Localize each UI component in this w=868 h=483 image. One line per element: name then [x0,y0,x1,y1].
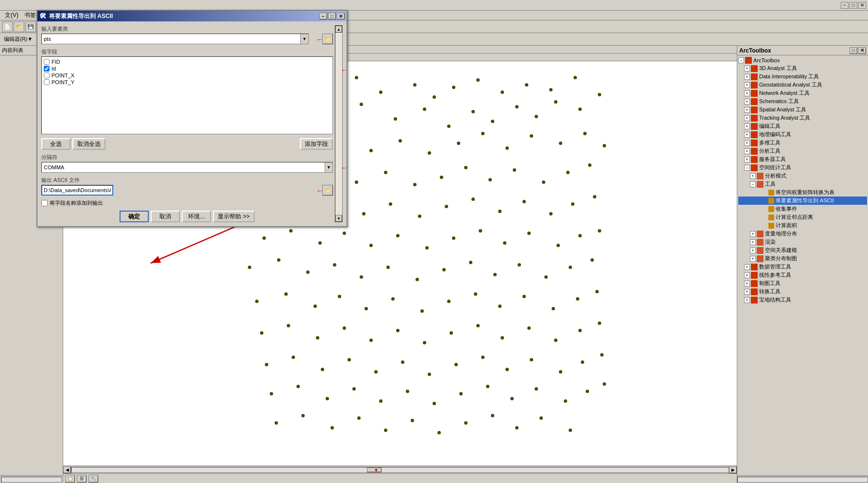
tree-expand[interactable]: + [750,239,756,245]
cancel-btn[interactable]: 取消 [151,211,180,222]
field-check-item[interactable]: FID [44,59,330,65]
tree-item[interactable]: 收集事件 [738,205,867,213]
tree-item[interactable]: + Tracking Analyst 工具 [738,114,867,122]
close-button[interactable]: ✕ [858,2,866,9]
restore-btn[interactable]: □ [850,47,857,54]
tree-item[interactable]: + 分析工具 [738,147,867,155]
field-checkbox[interactable] [44,66,50,72]
deselect-all-btn[interactable]: 取消全选 [72,138,105,150]
tree-expand[interactable]: − [744,165,750,171]
tree-expand[interactable]: + [744,140,750,146]
tree-item[interactable]: + Geostatistical Analyst 工具 [738,81,867,89]
tree-item[interactable]: + Data Interoperability 工具 [738,72,867,81]
dialog-minimize[interactable]: − [319,13,327,19]
field-checkbox[interactable] [44,79,50,85]
tree-expand[interactable]: + [744,132,750,138]
tree-expand-root[interactable]: − [738,57,744,63]
input-class-dropdown[interactable]: ▼ [300,34,308,44]
tree-expand[interactable]: + [750,231,756,237]
tree-expand[interactable]: − [750,181,756,187]
tree-expand[interactable]: + [744,297,750,303]
tree-item[interactable]: + Spatial Analyst 工具 [738,106,867,114]
tree-expand[interactable]: + [744,82,750,88]
tool-btn-2[interactable]: 📂 [14,21,24,32]
tree-item[interactable]: + 线性参考工具 [738,271,867,279]
tree-item[interactable]: − 工具 [738,180,867,188]
output-file-input[interactable] [41,185,113,196]
tree-item[interactable]: + 服务器工具 [738,155,867,163]
tree-expand[interactable]: + [744,74,750,80]
tree-expand[interactable]: + [744,272,750,278]
tree-item[interactable]: 计算面积 [738,221,867,230]
editor-btn[interactable]: 编辑器(R)▼ [2,36,35,43]
tree-expand[interactable]: + [744,115,750,121]
tree-expand[interactable]: + [744,99,750,105]
tree-item[interactable]: + 渲染 [738,238,867,246]
field-check-item[interactable]: Id [44,66,330,72]
field-check-item[interactable]: POINT_X [44,72,330,78]
tree-expand[interactable]: + [750,256,756,262]
tree-expand[interactable]: + [744,289,750,295]
tree-expand[interactable]: + [744,124,750,129]
tree-item[interactable]: + 宝地结构工具 [738,296,867,304]
tree-expand[interactable]: + [744,90,750,96]
separator-dropdown[interactable]: ▼ [325,162,332,172]
tree-item[interactable]: 将空间权重矩阵转换为表 [738,188,867,197]
tree-item[interactable]: − 空间统计工具 [738,163,867,172]
tree-expand[interactable]: + [744,281,750,286]
input-class-select[interactable]: pts ▼ [41,34,309,44]
tree-item[interactable]: + 转换工具 [738,287,867,296]
tree-expand[interactable]: + [744,264,750,270]
export-ascii-dialog[interactable]: 🛠 将要素属性导出到 ASCII − □ ✕ 输入要素类 [36,10,347,227]
tree-item[interactable]: + 聚类分布制图 [738,254,867,263]
tool-btn-3[interactable]: 💾 [25,21,36,32]
tree-expand[interactable]: + [744,66,750,72]
tree-item[interactable]: + 地理编码工具 [738,130,867,139]
tree-expand[interactable]: + [744,157,750,162]
tree-item[interactable]: 将要素属性导出到 ASCII [738,197,867,205]
add-field-btn[interactable]: 添加字段 [300,138,333,150]
field-check-item[interactable]: POINT_Y [44,79,330,85]
tree-item[interactable]: + Network Analyst 工具 [738,89,867,97]
tool-btn-1[interactable]: 📄 [2,21,13,32]
tree-item[interactable]: + 3D Analyst 工具 [738,64,867,72]
select-all-btn[interactable]: 全选 [41,138,70,150]
scroll-left-btn[interactable]: ◀ [63,466,71,473]
dialog-close[interactable]: ✕ [337,13,345,19]
field-checkbox[interactable] [44,59,50,65]
status-btn2[interactable]: ☰ [77,475,87,483]
tree-item[interactable]: + 分析模式 [738,172,867,180]
tree-expand[interactable]: + [750,173,756,179]
tree-expand[interactable]: + [744,107,750,113]
scroll-down[interactable]: ▼ [335,215,342,222]
tree-item[interactable]: + 空间关系建模 [738,246,867,254]
tree-item[interactable]: + 数据管理工具 [738,263,867,271]
input-class-browse[interactable]: 📁 [322,34,333,44]
tree-item[interactable]: + Schematics 工具 [738,97,867,106]
maximize-button[interactable]: □ [850,2,857,9]
output-browse[interactable]: 📁 [322,185,333,196]
tree-item[interactable]: 计算近邻点距离 [738,213,867,221]
minimize-button[interactable]: − [841,2,849,9]
menu-file[interactable]: 文(V) [2,10,21,20]
separator-select[interactable]: COMMA ▼ [41,162,333,173]
ok-btn[interactable]: 确定 [120,211,149,222]
tree-expand[interactable]: + [750,248,756,253]
status-btn3[interactable]: 🔧 [88,475,98,483]
tree-expand[interactable]: + [744,148,750,154]
fields-checklist[interactable]: FIDIdPOINT_XPOINT_Y [41,56,333,134]
scroll-right-btn[interactable]: ▶ [729,466,737,473]
tree-item[interactable]: + 多维工具 [738,139,867,147]
tree-item[interactable]: + 编辑工具 [738,122,867,130]
env-btn[interactable]: 环境... [182,211,211,222]
bottom-scrollbar[interactable]: ◀ ▼ ▶ [63,465,737,473]
field-checkbox[interactable] [44,72,50,78]
help-btn[interactable]: 显示帮助 >> [213,211,254,222]
dialog-maximize[interactable]: □ [328,13,336,19]
tree-item[interactable]: + 制图工具 [738,279,867,287]
close-btn[interactable]: ✕ [858,47,866,54]
add-fieldnames-checkbox[interactable] [41,200,48,206]
tree-item[interactable]: + 度量地理分布 [738,230,867,238]
scroll-up[interactable]: ▲ [335,26,342,33]
tree-root[interactable]: − ArcToolbox [738,56,867,64]
